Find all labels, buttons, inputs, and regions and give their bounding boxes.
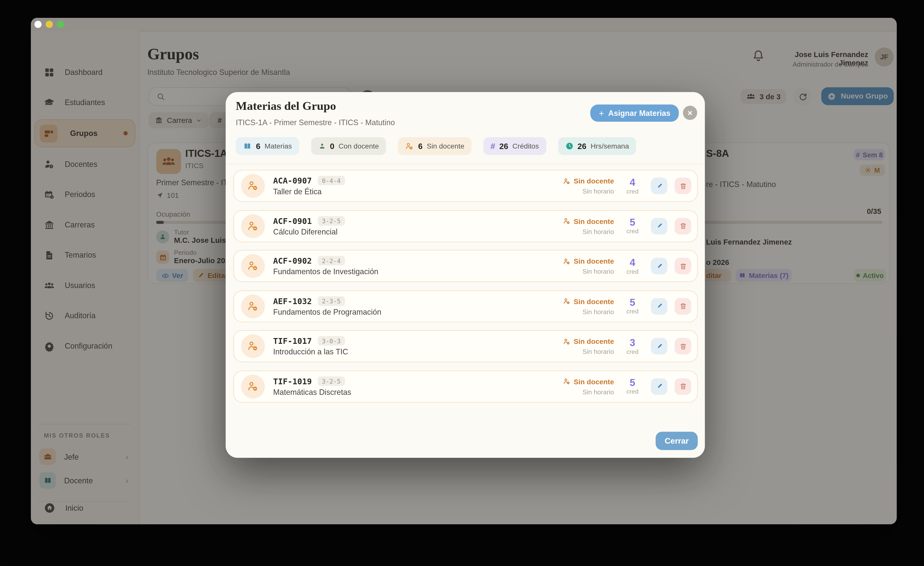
- close-modal-button[interactable]: ×: [683, 106, 697, 120]
- cerrar-button[interactable]: Cerrar: [656, 432, 698, 450]
- subject-code: AEF-1032: [273, 296, 312, 305]
- stat-hrs-semana: 26Hrs/semana: [558, 137, 636, 155]
- teacher-status: Sin docente: [574, 217, 614, 225]
- trash-icon: [679, 262, 687, 270]
- delete-subject-button[interactable]: [675, 258, 691, 274]
- edit-subject-button[interactable]: [651, 218, 668, 234]
- credits-value: 4: [621, 177, 644, 187]
- schedule-status: Sin horario: [563, 228, 614, 235]
- modal-title: Materias del Grupo: [236, 99, 336, 113]
- teacher-status: Sin docente: [574, 257, 614, 265]
- subject-hours-badge: 3-0-3: [318, 336, 345, 346]
- edit-subject-button[interactable]: [651, 338, 668, 354]
- subject-row: AEF-10322-3-5 Fundamentos de Programació…: [233, 290, 698, 322]
- subject-row: ACA-09070-4-4 Taller de Ética Sin docent…: [233, 170, 698, 202]
- trash-icon: [679, 222, 687, 230]
- delete-subject-button[interactable]: [675, 378, 691, 395]
- person-minus-icon: [241, 334, 265, 358]
- delete-subject-button[interactable]: [675, 298, 691, 314]
- pencil-icon: [655, 382, 663, 390]
- subject-code: ACA-0907: [273, 176, 312, 185]
- schedule-status: Sin horario: [563, 268, 614, 275]
- credits-value: 4: [621, 258, 644, 267]
- credits-unit: cred: [621, 187, 644, 194]
- edit-subject-button[interactable]: [651, 258, 668, 274]
- person-minus-icon: [563, 217, 571, 225]
- subject-name: Fundamentos de Programación: [273, 307, 381, 316]
- trash-icon: [679, 182, 687, 190]
- subject-name: Fundamentos de Investigación: [273, 267, 378, 276]
- person-minus-icon: [563, 298, 571, 305]
- stat-con-docente: 0Con docente: [311, 137, 386, 155]
- pencil-icon: [655, 182, 663, 190]
- subject-name: Matemáticas Discretas: [273, 388, 351, 396]
- schedule-status: Sin horario: [563, 308, 614, 315]
- credits-unit: cred: [621, 308, 644, 314]
- pencil-icon: [655, 302, 663, 310]
- trash-icon: [679, 342, 687, 350]
- zoom-window-button[interactable]: [57, 21, 64, 28]
- credits-unit: cred: [621, 228, 644, 235]
- person-minus-icon: [563, 338, 571, 345]
- person-minus-icon: [563, 177, 571, 185]
- pencil-icon: [655, 222, 663, 230]
- pencil-icon: [655, 342, 663, 350]
- edit-subject-button[interactable]: [651, 177, 668, 194]
- edit-subject-button[interactable]: [651, 378, 668, 395]
- subject-row: TIF-10193-2-5 Matemáticas Discretas Sin …: [233, 370, 698, 402]
- schedule-status: Sin horario: [563, 348, 614, 355]
- subject-code: ACF-0901: [273, 216, 312, 225]
- person-minus-icon: [563, 378, 571, 386]
- minimize-window-button[interactable]: [46, 21, 53, 28]
- close-window-button[interactable]: [34, 21, 42, 28]
- subject-hours-badge: 2-2-4: [318, 256, 345, 265]
- subject-hours-badge: 3-2-5: [318, 216, 345, 225]
- app-window: Dashboard Estudiantes Grupos Docentes Pe…: [31, 18, 897, 524]
- teacher-status: Sin docente: [574, 177, 614, 185]
- person-minus-icon: [241, 214, 265, 238]
- credits-unit: cred: [621, 267, 644, 274]
- modal-stats: 6Materias 0Con docente 6Sin docente # 26…: [236, 137, 636, 155]
- person-icon: [318, 142, 326, 150]
- trash-icon: [679, 382, 687, 390]
- delete-subject-button[interactable]: [675, 338, 691, 354]
- person-minus-icon: [241, 294, 265, 318]
- plus-icon: +: [599, 108, 604, 118]
- modal-divider: [226, 164, 705, 165]
- stat-sin-docente: 6Sin docente: [398, 137, 471, 155]
- person-minus-icon: [241, 254, 265, 278]
- person-minus-icon: [241, 374, 265, 398]
- trash-icon: [679, 302, 687, 310]
- hash-icon: #: [490, 141, 495, 151]
- delete-subject-button[interactable]: [675, 218, 691, 234]
- person-minus-icon: [241, 174, 265, 198]
- asignar-materias-button[interactable]: + Asignar Materias: [591, 105, 679, 122]
- credits-value: 5: [621, 217, 644, 228]
- subject-name: Cálculo Diferencial: [273, 227, 345, 236]
- person-minus-icon: [405, 142, 414, 150]
- subject-list: ACA-09070-4-4 Taller de Ética Sin docent…: [233, 170, 698, 410]
- subject-hours-badge: 2-3-5: [318, 296, 345, 305]
- credits-value: 5: [621, 298, 644, 308]
- teacher-status: Sin docente: [574, 377, 614, 386]
- subject-code: TIF-1019: [273, 376, 312, 386]
- delete-subject-button[interactable]: [675, 177, 691, 194]
- materias-del-grupo-modal: Materias del Grupo ITICS-1A - Primer Sem…: [226, 92, 705, 458]
- desktop-background: Dashboard Estudiantes Grupos Docentes Pe…: [0, 0, 924, 566]
- modal-subtitle: ITICS-1A - Primer Semestre - ITICS - Mat…: [236, 118, 395, 127]
- subject-hours-badge: 3-2-5: [318, 376, 345, 386]
- subject-name: Introducción a las TIC: [273, 347, 348, 356]
- credits-unit: cred: [621, 347, 644, 355]
- teacher-status: Sin docente: [574, 337, 614, 346]
- credits-value: 5: [621, 378, 644, 388]
- teacher-status: Sin docente: [574, 297, 614, 305]
- book-icon: [243, 142, 252, 150]
- subject-code: TIF-1017: [273, 336, 312, 346]
- subject-row: ACF-09022-2-4 Fundamentos de Investigaci…: [233, 250, 698, 282]
- pencil-icon: [655, 262, 663, 270]
- edit-subject-button[interactable]: [651, 298, 668, 314]
- window-controls: [31, 18, 72, 31]
- subject-hours-badge: 0-4-4: [318, 176, 345, 185]
- subject-row: ACF-09013-2-5 Cálculo Diferencial Sin do…: [233, 210, 698, 242]
- credits-value: 3: [621, 338, 644, 347]
